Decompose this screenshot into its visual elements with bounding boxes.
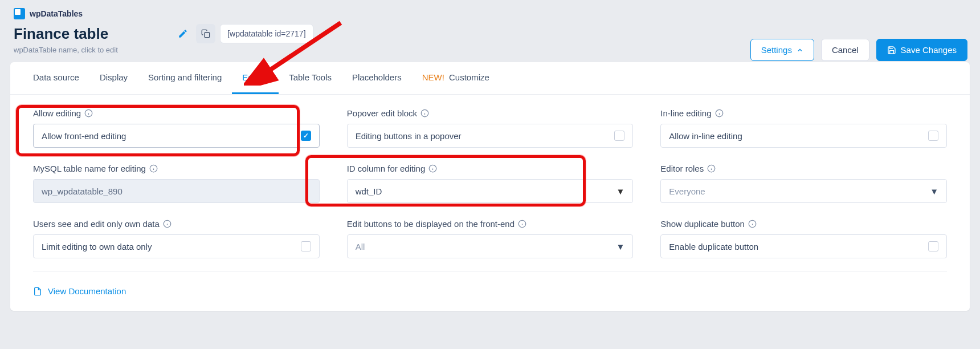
- checkbox-icon: [928, 131, 938, 141]
- checkbox-icon: [301, 131, 311, 141]
- page-title[interactable]: Finance table: [14, 25, 108, 43]
- toggle-own-data[interactable]: Limit editing to own data only: [33, 234, 320, 258]
- info-icon[interactable]: [149, 164, 158, 173]
- field-editor-roles: Editor roles Everyone ▼: [660, 164, 947, 203]
- field-id-column: ID column for editing wdt_ID ▼: [347, 164, 634, 203]
- settings-label: Settings: [761, 45, 792, 55]
- field-inline-editing: In-line editing Allow in-line editing: [660, 108, 947, 148]
- edit-title-button[interactable]: [173, 24, 193, 43]
- id-column-select[interactable]: wdt_ID ▼: [347, 179, 634, 203]
- checkbox-icon: [614, 131, 624, 141]
- tab-table-tools[interactable]: Table Tools: [279, 62, 342, 94]
- label-id-column: ID column for editing: [347, 164, 634, 173]
- tabs-row: Data source Display Sorting and filterin…: [10, 62, 970, 95]
- toggle-inline[interactable]: Allow in-line editing: [660, 124, 947, 148]
- tab-editing[interactable]: Editing: [232, 62, 279, 94]
- info-icon[interactable]: [163, 220, 172, 228]
- edit-buttons-select[interactable]: All ▼: [347, 234, 634, 258]
- chevron-down-icon: ▼: [930, 186, 938, 196]
- tab-sorting-filtering[interactable]: Sorting and filtering: [138, 62, 232, 94]
- tab-data-source[interactable]: Data source: [23, 62, 89, 94]
- cancel-label: Cancel: [832, 45, 859, 55]
- info-icon[interactable]: [748, 220, 757, 228]
- toggle-popover[interactable]: Editing buttons in a popover: [347, 124, 634, 148]
- chevron-up-icon: [797, 47, 803, 54]
- editing-tab-content: Allow editing Allow front-end editing Po…: [10, 95, 970, 311]
- save-label: Save Changes: [901, 45, 957, 55]
- settings-panel: Data source Display Sorting and filterin…: [10, 62, 970, 311]
- field-popover-edit: Popover edit block Editing buttons in a …: [347, 108, 634, 148]
- field-allow-editing: Allow editing Allow front-end editing: [33, 108, 320, 148]
- doc-link[interactable]: View Documentation: [33, 282, 126, 301]
- info-icon[interactable]: [84, 109, 93, 117]
- toggle-allow-editing[interactable]: Allow front-end editing: [33, 124, 320, 148]
- editor-roles-select[interactable]: Everyone ▼: [660, 179, 947, 203]
- settings-button[interactable]: Settings: [750, 39, 814, 61]
- label-own-data: Users see and edit only own data: [33, 219, 320, 229]
- field-duplicate-button: Show duplicate button Enable duplicate b…: [660, 219, 947, 258]
- copy-shortcode-button[interactable]: [196, 24, 215, 43]
- label-inline: In-line editing: [660, 108, 947, 118]
- cancel-button[interactable]: Cancel: [821, 39, 869, 61]
- save-button[interactable]: Save Changes: [876, 39, 967, 61]
- info-icon[interactable]: [707, 164, 716, 173]
- shortcode-display[interactable]: [wpdatatable id=2717]: [220, 24, 313, 43]
- checkbox-icon: [928, 241, 938, 251]
- field-own-data: Users see and edit only own data Limit e…: [33, 219, 320, 258]
- field-mysql-table: MySQL table name for editing wp_wpdatata…: [33, 164, 320, 203]
- chevron-down-icon: ▼: [616, 186, 624, 196]
- label-popover: Popover edit block: [347, 108, 634, 118]
- mysql-table-input: wp_wpdatatable_890: [33, 179, 320, 203]
- chevron-down-icon: ▼: [616, 242, 624, 251]
- top-buttons: Settings Cancel Save Changes: [750, 39, 967, 61]
- label-edit-buttons: Edit buttons to be displayed on the fron…: [347, 219, 634, 229]
- info-icon[interactable]: [420, 109, 429, 117]
- label-roles: Editor roles: [660, 164, 947, 173]
- info-icon[interactable]: [715, 109, 724, 117]
- customize-label: Customize: [449, 72, 489, 82]
- info-icon[interactable]: [428, 164, 437, 173]
- checkbox-icon: [301, 241, 311, 251]
- tab-display[interactable]: Display: [89, 62, 138, 94]
- new-tag: NEW!: [422, 72, 444, 82]
- app-name: wpDataTables: [30, 9, 83, 18]
- toggle-duplicate[interactable]: Enable duplicate button: [660, 234, 947, 258]
- divider: [33, 271, 947, 271]
- tab-placeholders[interactable]: Placeholders: [342, 62, 412, 94]
- tab-customize[interactable]: NEW! Customize: [412, 62, 500, 94]
- info-icon[interactable]: [518, 220, 526, 228]
- label-duplicate: Show duplicate button: [660, 219, 947, 229]
- app-logo-icon: [14, 8, 25, 19]
- save-icon: [887, 46, 896, 55]
- field-edit-buttons: Edit buttons to be displayed on the fron…: [347, 219, 634, 258]
- label-allow-editing: Allow editing: [33, 108, 320, 118]
- svg-rect-0: [205, 33, 210, 38]
- label-mysql: MySQL table name for editing: [33, 164, 320, 173]
- settings-grid: Allow editing Allow front-end editing Po…: [33, 108, 947, 258]
- file-icon: [33, 287, 42, 296]
- app-header: wpDataTables: [0, 0, 980, 19]
